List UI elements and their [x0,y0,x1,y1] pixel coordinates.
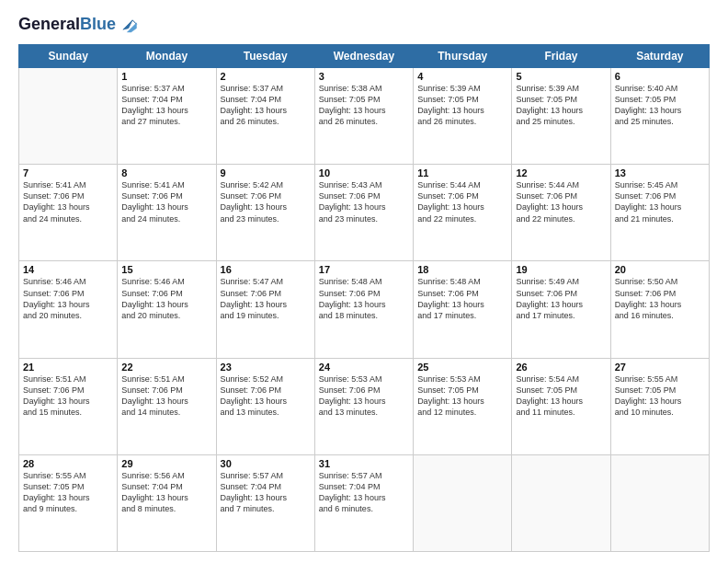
weekday-header-cell: Friday [512,45,610,68]
day-number: 20 [615,264,705,275]
day-number: 25 [417,362,507,373]
logo: GeneralBlue [18,15,138,35]
day-number: 21 [23,362,113,373]
day-info: Sunrise: 5:40 AMSunset: 7:05 PMDaylight:… [615,83,705,128]
page: GeneralBlue SundayMondayTuesdayWednesday… [0,0,728,563]
day-info: Sunrise: 5:38 AMSunset: 7:05 PMDaylight:… [319,83,409,128]
calendar-cell: 11Sunrise: 5:44 AMSunset: 7:06 PMDayligh… [414,165,512,261]
weekday-header-cell: Sunday [19,45,118,68]
calendar-week-row: 7Sunrise: 5:41 AMSunset: 7:06 PMDaylight… [19,165,710,261]
day-info: Sunrise: 5:49 AMSunset: 7:06 PMDaylight:… [516,276,606,321]
calendar-cell: 15Sunrise: 5:46 AMSunset: 7:06 PMDayligh… [118,261,216,358]
calendar-cell: 4Sunrise: 5:39 AMSunset: 7:05 PMDaylight… [414,68,512,165]
calendar-cell: 20Sunrise: 5:50 AMSunset: 7:06 PMDayligh… [610,261,709,358]
day-number: 11 [417,167,507,178]
calendar-cell: 31Sunrise: 5:57 AMSunset: 7:04 PMDayligh… [314,454,413,551]
calendar-cell: 17Sunrise: 5:48 AMSunset: 7:06 PMDayligh… [314,261,413,358]
day-number: 5 [516,71,606,82]
day-number: 4 [417,71,507,82]
day-number: 17 [319,264,409,275]
day-number: 13 [615,167,705,178]
calendar-cell: 14Sunrise: 5:46 AMSunset: 7:06 PMDayligh… [19,261,118,358]
calendar-cell: 9Sunrise: 5:42 AMSunset: 7:06 PMDaylight… [216,165,314,261]
day-number: 30 [221,458,311,469]
day-info: Sunrise: 5:46 AMSunset: 7:06 PMDaylight:… [121,276,211,321]
weekday-header-cell: Wednesday [314,45,413,68]
logo-icon [118,15,138,35]
day-info: Sunrise: 5:53 AMSunset: 7:05 PMDaylight:… [417,373,507,419]
day-number: 12 [516,167,606,178]
weekday-header-cell: Tuesday [216,45,314,68]
day-number: 29 [121,458,211,469]
calendar-table: SundayMondayTuesdayWednesdayThursdayFrid… [18,44,710,552]
logo-text: GeneralBlue [18,16,116,34]
calendar-week-row: 1Sunrise: 5:37 AMSunset: 7:04 PMDaylight… [19,68,710,165]
day-number: 22 [121,362,211,373]
day-number: 7 [23,167,113,178]
day-number: 18 [417,264,507,275]
calendar-week-row: 21Sunrise: 5:51 AMSunset: 7:06 PMDayligh… [19,358,710,454]
day-number: 14 [23,264,113,275]
day-info: Sunrise: 5:47 AMSunset: 7:06 PMDaylight:… [221,276,311,321]
day-info: Sunrise: 5:55 AMSunset: 7:05 PMDaylight:… [23,470,113,515]
day-info: Sunrise: 5:39 AMSunset: 7:05 PMDaylight:… [516,83,606,128]
day-info: Sunrise: 5:55 AMSunset: 7:05 PMDaylight:… [615,373,705,419]
calendar-cell: 13Sunrise: 5:45 AMSunset: 7:06 PMDayligh… [610,165,709,261]
day-number: 31 [319,458,409,469]
calendar-body: 1Sunrise: 5:37 AMSunset: 7:04 PMDaylight… [19,68,710,552]
day-info: Sunrise: 5:44 AMSunset: 7:06 PMDaylight:… [516,179,606,224]
weekday-header-cell: Monday [118,45,216,68]
calendar-cell: 25Sunrise: 5:53 AMSunset: 7:05 PMDayligh… [414,358,512,454]
day-info: Sunrise: 5:52 AMSunset: 7:06 PMDaylight:… [221,373,311,419]
calendar-cell [414,454,512,551]
calendar-cell: 30Sunrise: 5:57 AMSunset: 7:04 PMDayligh… [216,454,314,551]
day-info: Sunrise: 5:53 AMSunset: 7:06 PMDaylight:… [319,373,409,419]
day-info: Sunrise: 5:41 AMSunset: 7:06 PMDaylight:… [121,179,211,224]
day-number: 2 [221,71,311,82]
calendar-week-row: 14Sunrise: 5:46 AMSunset: 7:06 PMDayligh… [19,261,710,358]
day-number: 27 [615,362,705,373]
calendar-cell: 12Sunrise: 5:44 AMSunset: 7:06 PMDayligh… [512,165,610,261]
day-number: 24 [319,362,409,373]
weekday-header-row: SundayMondayTuesdayWednesdayThursdayFrid… [19,45,710,68]
day-info: Sunrise: 5:45 AMSunset: 7:06 PMDaylight:… [615,179,705,224]
day-number: 28 [23,458,113,469]
calendar-cell: 18Sunrise: 5:48 AMSunset: 7:06 PMDayligh… [414,261,512,358]
calendar-cell: 7Sunrise: 5:41 AMSunset: 7:06 PMDaylight… [19,165,118,261]
calendar-cell: 27Sunrise: 5:55 AMSunset: 7:05 PMDayligh… [610,358,709,454]
calendar-cell: 19Sunrise: 5:49 AMSunset: 7:06 PMDayligh… [512,261,610,358]
day-number: 1 [121,71,211,82]
calendar-cell: 3Sunrise: 5:38 AMSunset: 7:05 PMDaylight… [314,68,413,165]
header: GeneralBlue [18,15,710,35]
calendar-cell: 8Sunrise: 5:41 AMSunset: 7:06 PMDaylight… [118,165,216,261]
day-info: Sunrise: 5:44 AMSunset: 7:06 PMDaylight:… [417,179,507,224]
day-number: 26 [516,362,606,373]
calendar-cell: 21Sunrise: 5:51 AMSunset: 7:06 PMDayligh… [19,358,118,454]
calendar-cell [512,454,610,551]
day-info: Sunrise: 5:50 AMSunset: 7:06 PMDaylight:… [615,276,705,321]
weekday-header-cell: Thursday [414,45,512,68]
day-info: Sunrise: 5:57 AMSunset: 7:04 PMDaylight:… [319,470,409,515]
calendar-cell: 28Sunrise: 5:55 AMSunset: 7:05 PMDayligh… [19,454,118,551]
day-number: 19 [516,264,606,275]
calendar-week-row: 28Sunrise: 5:55 AMSunset: 7:05 PMDayligh… [19,454,710,551]
calendar-cell: 5Sunrise: 5:39 AMSunset: 7:05 PMDaylight… [512,68,610,165]
weekday-header-cell: Saturday [610,45,709,68]
day-info: Sunrise: 5:43 AMSunset: 7:06 PMDaylight:… [319,179,409,224]
calendar-cell: 26Sunrise: 5:54 AMSunset: 7:05 PMDayligh… [512,358,610,454]
day-info: Sunrise: 5:57 AMSunset: 7:04 PMDaylight:… [221,470,311,515]
day-number: 3 [319,71,409,82]
day-info: Sunrise: 5:46 AMSunset: 7:06 PMDaylight:… [23,276,113,321]
day-info: Sunrise: 5:42 AMSunset: 7:06 PMDaylight:… [221,179,311,224]
day-info: Sunrise: 5:41 AMSunset: 7:06 PMDaylight:… [23,179,113,224]
day-info: Sunrise: 5:37 AMSunset: 7:04 PMDaylight:… [121,83,211,128]
day-number: 9 [221,167,311,178]
calendar-cell: 16Sunrise: 5:47 AMSunset: 7:06 PMDayligh… [216,261,314,358]
day-number: 23 [221,362,311,373]
day-number: 6 [615,71,705,82]
day-info: Sunrise: 5:54 AMSunset: 7:05 PMDaylight:… [516,373,606,419]
calendar-cell: 23Sunrise: 5:52 AMSunset: 7:06 PMDayligh… [216,358,314,454]
day-info: Sunrise: 5:56 AMSunset: 7:04 PMDaylight:… [121,470,211,515]
day-number: 10 [319,167,409,178]
day-number: 15 [121,264,211,275]
